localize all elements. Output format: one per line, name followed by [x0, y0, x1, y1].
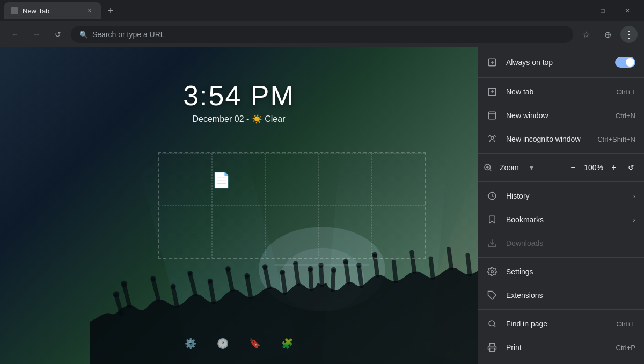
grid-cell	[159, 206, 212, 258]
find-icon	[487, 318, 497, 329]
bookmark-icon-bottom[interactable]: 🔖	[245, 334, 265, 353]
grid-cell	[372, 153, 425, 206]
svg-point-29	[489, 321, 495, 326]
always-on-top-icon	[487, 57, 497, 68]
new-incognito-menu-item[interactable]: New incognito window Ctrl+Shift+N	[478, 127, 644, 151]
print-menu-item[interactable]: Print Ctrl+P	[478, 336, 644, 359]
url-input[interactable]: Search or type a URL	[92, 30, 565, 39]
maximize-button[interactable]: □	[590, 0, 615, 21]
bookmarks-icon	[487, 214, 497, 225]
svg-rect-30	[490, 348, 495, 352]
zoom-dropdown-button[interactable]: ▾	[525, 159, 538, 176]
new-tab-menu-item[interactable]: New tab Ctrl+T	[478, 80, 644, 104]
svg-point-8	[225, 266, 231, 272]
back-button[interactable]: ←	[6, 26, 24, 43]
browser-menu-button[interactable]: ⋮	[620, 26, 638, 43]
forward-button[interactable]: →	[28, 26, 45, 43]
new-window-shortcut: Ctrl+N	[616, 112, 635, 120]
print-label: Print	[506, 343, 608, 352]
extensions-label: Extensions	[506, 291, 635, 300]
zoom-percent-value: 100%	[582, 163, 605, 172]
extensions-icon	[487, 290, 497, 301]
tab-title: New Tab	[23, 7, 80, 15]
divider-2	[478, 153, 644, 154]
settings-label: Settings	[506, 267, 635, 276]
bookmark-star-button[interactable]: ☆	[577, 26, 595, 43]
history-label: History	[506, 192, 624, 200]
menu-dots-icon: ⋮	[624, 28, 634, 40]
grid-cell	[212, 206, 265, 258]
new-incognito-label: New incognito window	[506, 135, 589, 143]
bookmarks-menu-item[interactable]: Bookmarks ›	[478, 208, 644, 231]
zoom-reset-button[interactable]: ↺	[623, 159, 640, 176]
new-window-menu-item[interactable]: New window Ctrl+N	[478, 104, 644, 127]
svg-point-16	[343, 259, 348, 264]
settings-menu-item[interactable]: Settings	[478, 260, 644, 283]
history-icon	[487, 191, 497, 201]
svg-point-15	[331, 267, 336, 273]
url-bar[interactable]: 🔍 Search or type a URL	[71, 26, 573, 43]
bookmarks-label: Bookmarks	[506, 215, 624, 224]
minimize-button[interactable]: —	[566, 0, 590, 21]
current-date: December 02 - ☀️ Clear	[0, 114, 478, 124]
zoom-value-area: − 100% + ↺	[565, 159, 640, 176]
new-tab-shortcut: Ctrl+T	[616, 88, 635, 96]
svg-point-2	[113, 291, 120, 297]
search-icon: 🔍	[79, 31, 88, 39]
divider-1	[478, 77, 644, 78]
extensions-menu-item[interactable]: Extensions	[478, 283, 644, 307]
new-window-icon	[487, 110, 497, 121]
new-incognito-shortcut: Ctrl+Shift+N	[597, 135, 635, 143]
main-content: 3:54 PM December 02 - ☀️ Clear 📄 ⚙️ 🕐 🔖 …	[0, 47, 644, 364]
bottom-toolbar: ⚙️ 🕐 🔖 🧩	[0, 334, 478, 353]
svg-point-13	[308, 266, 313, 272]
grid-cell	[319, 206, 372, 258]
grid-cell	[265, 206, 318, 258]
settings-icon-bottom[interactable]: ⚙️	[181, 334, 200, 353]
extensions-icon-bottom[interactable]: 🧩	[277, 334, 297, 353]
always-on-top-row[interactable]: Always on top	[478, 49, 644, 75]
svg-point-9	[244, 273, 250, 279]
chevron-down-icon: ▾	[530, 163, 533, 172]
svg-point-10	[262, 264, 268, 270]
zoom-increase-button[interactable]: +	[605, 159, 623, 176]
find-shortcut: Ctrl+F	[616, 320, 635, 328]
always-on-top-toggle[interactable]	[615, 57, 635, 68]
print-icon	[487, 342, 497, 353]
grid-cell	[212, 153, 265, 206]
settings-icon	[487, 266, 497, 277]
active-tab[interactable]: New Tab ×	[4, 2, 101, 19]
tab-favicon	[11, 7, 18, 14]
browser-dropdown-menu: Always on top New tab Ctrl+T	[478, 47, 644, 364]
svg-point-6	[187, 271, 193, 276]
grid-cell	[265, 153, 318, 206]
svg-point-4	[150, 276, 156, 281]
svg-point-7	[208, 279, 213, 284]
always-on-top-label: Always on top	[506, 58, 606, 67]
shield-button[interactable]: ⊕	[599, 26, 616, 43]
title-bar: New Tab × + — □ ✕	[0, 0, 644, 21]
grid-cell	[159, 153, 212, 206]
history-arrow-icon: ›	[633, 192, 635, 200]
divider-5	[478, 309, 644, 310]
time-display: 3:54 PM December 02 - ☀️ Clear	[0, 79, 478, 124]
history-icon-bottom[interactable]: 🕐	[213, 334, 232, 353]
downloads-label: Downloads	[506, 239, 635, 247]
tab-close-button[interactable]: ×	[85, 6, 94, 16]
print-shortcut: Ctrl+P	[616, 344, 635, 352]
shield-icon: ⊕	[604, 30, 611, 40]
incognito-icon	[487, 134, 497, 144]
new-window-label: New window	[506, 111, 607, 120]
new-tab-button[interactable]: +	[103, 3, 118, 18]
history-menu-item[interactable]: History ›	[478, 184, 644, 208]
reload-button[interactable]: ↺	[49, 26, 67, 43]
address-bar: ← → ↺ 🔍 Search or type a URL ☆ ⊕ ⋮	[0, 21, 644, 47]
zoom-decrease-button[interactable]: −	[565, 159, 582, 176]
find-in-page-menu-item[interactable]: Find in page Ctrl+F	[478, 312, 644, 336]
downloads-icon	[487, 238, 497, 249]
downloads-menu-item[interactable]: Downloads	[478, 231, 644, 255]
svg-point-23	[491, 137, 494, 140]
star-icon: ☆	[582, 30, 590, 40]
close-button[interactable]: ✕	[615, 0, 640, 21]
window-controls: — □ ✕	[566, 0, 640, 21]
